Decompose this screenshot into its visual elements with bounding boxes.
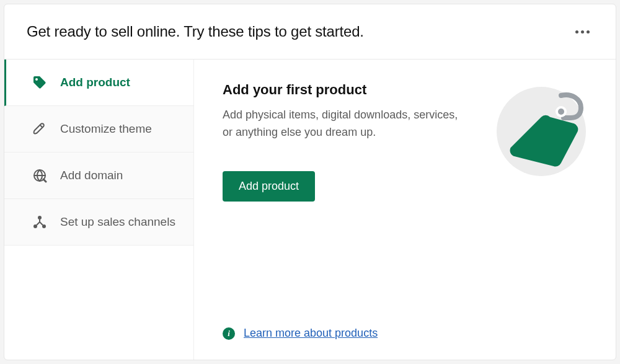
tag-icon (32, 74, 48, 91)
sidebar-item-add-domain[interactable]: Add domain (4, 153, 193, 199)
share-icon (32, 214, 48, 230)
product-tag-illustration (492, 82, 591, 181)
step-title: Add your first product (223, 82, 473, 98)
sidebar-item-add-product[interactable]: Add product (4, 60, 193, 106)
card-header: Get ready to sell online. Try these tips… (4, 4, 616, 60)
svg-point-1 (38, 216, 42, 220)
more-dots-icon (575, 30, 578, 33)
onboarding-card: Get ready to sell online. Try these tips… (4, 4, 616, 360)
brush-icon (32, 121, 48, 137)
sidebar-item-label: Customize theme (60, 122, 152, 137)
learn-more-row: i Learn more about products (223, 321, 591, 340)
step-content-panel: Add your first product Add physical item… (194, 60, 616, 360)
learn-more-link[interactable]: Learn more about products (244, 327, 378, 340)
sidebar-item-sales-channels[interactable]: Set up sales channels (4, 199, 193, 246)
more-menu-button[interactable] (572, 27, 593, 37)
sidebar-item-label: Set up sales channels (60, 215, 175, 230)
card-title: Get ready to sell online. Try these tips… (27, 23, 364, 40)
onboarding-steps-sidebar: Add product Customize theme (4, 60, 194, 360)
sidebar-item-label: Add product (60, 75, 130, 91)
svg-point-6 (558, 109, 564, 115)
info-icon: i (223, 327, 235, 340)
sidebar-item-customize-theme[interactable]: Customize theme (4, 106, 193, 153)
card-body: Add product Customize theme (4, 60, 616, 360)
sidebar-item-label: Add domain (60, 168, 123, 184)
add-product-button[interactable]: Add product (223, 171, 315, 202)
globe-icon (32, 167, 48, 184)
step-description: Add physical items, digital downloads, s… (223, 107, 471, 141)
